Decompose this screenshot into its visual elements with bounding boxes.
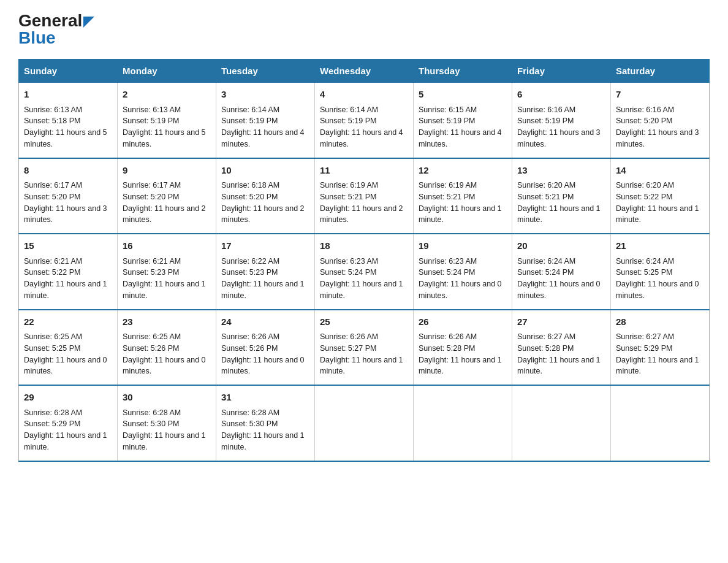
day-info: Sunrise: 6:23 AMSunset: 5:24 PMDaylight:… — [419, 256, 507, 302]
day-number: 7 — [616, 88, 704, 102]
day-number: 11 — [320, 164, 408, 178]
day-info: Sunrise: 6:26 AMSunset: 5:27 PMDaylight:… — [320, 331, 408, 377]
table-row: 4Sunrise: 6:14 AMSunset: 5:19 PMDaylight… — [315, 83, 414, 158]
table-row: 17Sunrise: 6:22 AMSunset: 5:23 PMDayligh… — [216, 234, 315, 310]
day-info: Sunrise: 6:20 AMSunset: 5:22 PMDaylight:… — [616, 180, 704, 226]
col-monday: Monday — [118, 59, 216, 83]
day-info: Sunrise: 6:15 AMSunset: 5:19 PMDaylight:… — [419, 104, 507, 150]
day-number: 29 — [24, 391, 112, 405]
day-info: Sunrise: 6:21 AMSunset: 5:22 PMDaylight:… — [24, 256, 112, 302]
day-info: Sunrise: 6:14 AMSunset: 5:19 PMDaylight:… — [320, 104, 408, 150]
calendar-week-row: 29Sunrise: 6:28 AMSunset: 5:29 PMDayligh… — [19, 385, 710, 461]
calendar-week-row: 1Sunrise: 6:13 AMSunset: 5:18 PMDaylight… — [19, 83, 710, 158]
day-info: Sunrise: 6:28 AMSunset: 5:30 PMDaylight:… — [221, 407, 309, 453]
day-info: Sunrise: 6:14 AMSunset: 5:19 PMDaylight:… — [221, 104, 309, 150]
day-number: 13 — [517, 164, 605, 178]
table-row: 29Sunrise: 6:28 AMSunset: 5:29 PMDayligh… — [19, 385, 118, 461]
day-number: 31 — [221, 391, 309, 405]
day-info: Sunrise: 6:28 AMSunset: 5:29 PMDaylight:… — [24, 407, 112, 453]
calendar-week-row: 15Sunrise: 6:21 AMSunset: 5:22 PMDayligh… — [19, 234, 710, 310]
day-info: Sunrise: 6:19 AMSunset: 5:21 PMDaylight:… — [419, 180, 507, 226]
day-number: 3 — [221, 88, 309, 102]
day-info: Sunrise: 6:13 AMSunset: 5:18 PMDaylight:… — [24, 104, 112, 150]
calendar-header-row: Sunday Monday Tuesday Wednesday Thursday… — [19, 59, 710, 83]
table-row: 24Sunrise: 6:26 AMSunset: 5:26 PMDayligh… — [216, 310, 315, 386]
day-info: Sunrise: 6:25 AMSunset: 5:26 PMDaylight:… — [123, 331, 211, 377]
calendar-week-row: 22Sunrise: 6:25 AMSunset: 5:25 PMDayligh… — [19, 310, 710, 386]
table-row: 26Sunrise: 6:26 AMSunset: 5:28 PMDayligh… — [414, 310, 512, 386]
page-header: General Blue — [18, 12, 710, 47]
day-number: 19 — [419, 239, 507, 253]
table-row: 13Sunrise: 6:20 AMSunset: 5:21 PMDayligh… — [512, 158, 611, 234]
day-number: 21 — [616, 239, 704, 253]
day-number: 24 — [221, 315, 309, 329]
day-number: 27 — [517, 315, 605, 329]
day-info: Sunrise: 6:22 AMSunset: 5:23 PMDaylight:… — [221, 256, 309, 302]
day-number: 18 — [320, 239, 408, 253]
day-number: 5 — [419, 88, 507, 102]
day-info: Sunrise: 6:27 AMSunset: 5:28 PMDaylight:… — [517, 331, 605, 377]
day-info: Sunrise: 6:16 AMSunset: 5:20 PMDaylight:… — [616, 104, 704, 150]
day-info: Sunrise: 6:13 AMSunset: 5:19 PMDaylight:… — [123, 104, 211, 150]
logo-general: General — [18, 12, 94, 29]
day-number: 9 — [123, 164, 211, 178]
day-number: 14 — [616, 164, 704, 178]
table-row: 10Sunrise: 6:18 AMSunset: 5:20 PMDayligh… — [216, 158, 315, 234]
svg-marker-0 — [83, 17, 94, 28]
table-row: 16Sunrise: 6:21 AMSunset: 5:23 PMDayligh… — [118, 234, 216, 310]
logo-blue: Blue — [18, 29, 56, 47]
table-row: 21Sunrise: 6:24 AMSunset: 5:25 PMDayligh… — [611, 234, 710, 310]
day-info: Sunrise: 6:24 AMSunset: 5:25 PMDaylight:… — [616, 256, 704, 302]
day-info: Sunrise: 6:19 AMSunset: 5:21 PMDaylight:… — [320, 180, 408, 226]
table-row: 28Sunrise: 6:27 AMSunset: 5:29 PMDayligh… — [611, 310, 710, 386]
table-row — [414, 385, 512, 461]
calendar-week-row: 8Sunrise: 6:17 AMSunset: 5:20 PMDaylight… — [19, 158, 710, 234]
col-tuesday: Tuesday — [216, 59, 315, 83]
calendar-table: Sunday Monday Tuesday Wednesday Thursday… — [18, 59, 710, 462]
table-row: 6Sunrise: 6:16 AMSunset: 5:19 PMDaylight… — [512, 83, 611, 158]
day-info: Sunrise: 6:17 AMSunset: 5:20 PMDaylight:… — [123, 180, 211, 226]
day-number: 8 — [24, 164, 112, 178]
col-friday: Friday — [512, 59, 611, 83]
day-number: 22 — [24, 315, 112, 329]
table-row: 8Sunrise: 6:17 AMSunset: 5:20 PMDaylight… — [19, 158, 118, 234]
table-row: 30Sunrise: 6:28 AMSunset: 5:30 PMDayligh… — [118, 385, 216, 461]
day-info: Sunrise: 6:16 AMSunset: 5:19 PMDaylight:… — [517, 104, 605, 150]
day-number: 28 — [616, 315, 704, 329]
day-info: Sunrise: 6:24 AMSunset: 5:24 PMDaylight:… — [517, 256, 605, 302]
day-info: Sunrise: 6:26 AMSunset: 5:26 PMDaylight:… — [221, 331, 309, 377]
day-number: 2 — [123, 88, 211, 102]
day-number: 23 — [123, 315, 211, 329]
col-saturday: Saturday — [611, 59, 710, 83]
table-row: 14Sunrise: 6:20 AMSunset: 5:22 PMDayligh… — [611, 158, 710, 234]
logo: General Blue — [18, 12, 94, 47]
table-row: 23Sunrise: 6:25 AMSunset: 5:26 PMDayligh… — [118, 310, 216, 386]
table-row: 27Sunrise: 6:27 AMSunset: 5:28 PMDayligh… — [512, 310, 611, 386]
day-info: Sunrise: 6:25 AMSunset: 5:25 PMDaylight:… — [24, 331, 112, 377]
day-number: 4 — [320, 88, 408, 102]
table-row: 31Sunrise: 6:28 AMSunset: 5:30 PMDayligh… — [216, 385, 315, 461]
table-row: 3Sunrise: 6:14 AMSunset: 5:19 PMDaylight… — [216, 83, 315, 158]
table-row: 9Sunrise: 6:17 AMSunset: 5:20 PMDaylight… — [118, 158, 216, 234]
col-wednesday: Wednesday — [315, 59, 414, 83]
table-row: 20Sunrise: 6:24 AMSunset: 5:24 PMDayligh… — [512, 234, 611, 310]
day-info: Sunrise: 6:21 AMSunset: 5:23 PMDaylight:… — [123, 256, 211, 302]
table-row: 11Sunrise: 6:19 AMSunset: 5:21 PMDayligh… — [315, 158, 414, 234]
table-row — [512, 385, 611, 461]
table-row: 15Sunrise: 6:21 AMSunset: 5:22 PMDayligh… — [19, 234, 118, 310]
day-number: 16 — [123, 239, 211, 253]
day-number: 30 — [123, 391, 211, 405]
table-row: 5Sunrise: 6:15 AMSunset: 5:19 PMDaylight… — [414, 83, 512, 158]
table-row — [315, 385, 414, 461]
day-number: 26 — [419, 315, 507, 329]
day-info: Sunrise: 6:23 AMSunset: 5:24 PMDaylight:… — [320, 256, 408, 302]
day-info: Sunrise: 6:28 AMSunset: 5:30 PMDaylight:… — [123, 407, 211, 453]
col-sunday: Sunday — [19, 59, 118, 83]
day-number: 25 — [320, 315, 408, 329]
day-number: 6 — [517, 88, 605, 102]
day-info: Sunrise: 6:20 AMSunset: 5:21 PMDaylight:… — [517, 180, 605, 226]
table-row: 2Sunrise: 6:13 AMSunset: 5:19 PMDaylight… — [118, 83, 216, 158]
table-row — [611, 385, 710, 461]
day-info: Sunrise: 6:18 AMSunset: 5:20 PMDaylight:… — [221, 180, 309, 226]
day-info: Sunrise: 6:27 AMSunset: 5:29 PMDaylight:… — [616, 331, 704, 377]
